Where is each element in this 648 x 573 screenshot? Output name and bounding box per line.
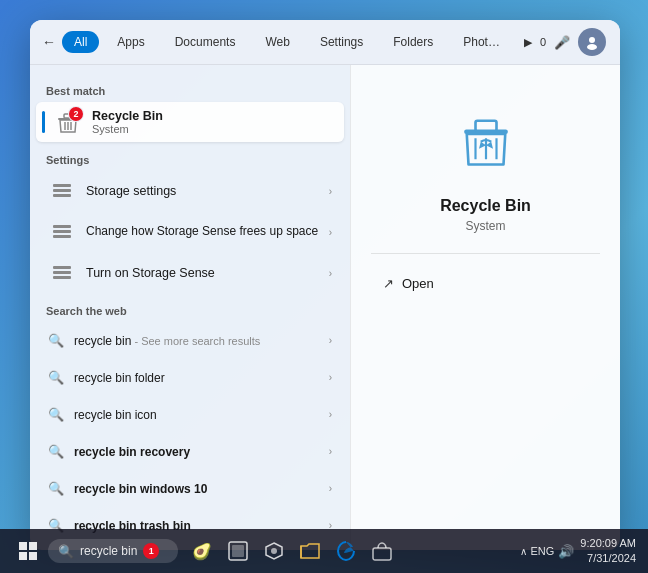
taskbar: 🔍 recycle bin 1 🥑: [0, 529, 648, 573]
top-nav: ← All Apps Documents Web Settings Folder…: [30, 20, 620, 65]
nav-pill-documents[interactable]: Documents: [163, 31, 248, 53]
web-item-1-label: recycle bin folder: [74, 371, 165, 385]
chevron-icon-web-2: ›: [329, 409, 332, 420]
chevron-icon-3: ›: [329, 268, 332, 279]
storage-settings-title: Storage settings: [86, 184, 319, 198]
web-item-2-label: recycle bin icon: [74, 408, 157, 422]
web-item-3-text: recycle bin recovery: [74, 442, 319, 460]
web-item-3-label: recycle bin recovery: [74, 445, 190, 459]
turn-on-storage-icon: [48, 259, 76, 287]
best-match-subtitle: System: [92, 123, 332, 135]
taskbar-tray: ∧ ENG 🔊 9:20:09 AM 7/31/2024: [520, 536, 637, 567]
app-type-large: System: [465, 219, 505, 233]
web-item-1-text: recycle bin folder: [74, 368, 319, 386]
play-icon: ▶: [524, 36, 532, 49]
tray-up-arrow[interactable]: ∧: [520, 546, 527, 557]
web-item-4-label: recycle bin windows 10: [74, 482, 207, 496]
best-match-text: Recycle Bin System: [92, 109, 332, 135]
nav-pill-folders[interactable]: Folders: [381, 31, 445, 53]
web-item-0-label: recycle bin: [74, 334, 131, 348]
main-content: Best match 2 Recycle Bin S: [30, 65, 620, 550]
svg-point-0: [589, 37, 595, 43]
more-button[interactable]: ...: [614, 28, 620, 56]
web-item-0[interactable]: 🔍 recycle bin - See more search results …: [36, 322, 344, 358]
turn-on-storage-text: Turn on Storage Sense: [86, 266, 319, 280]
web-item-0-text: recycle bin - See more search results: [74, 331, 319, 349]
svg-rect-16: [19, 542, 27, 550]
search-icon-1: 🔍: [48, 370, 64, 385]
storage-settings-text: Storage settings: [86, 184, 319, 198]
taskbar-app-store[interactable]: [366, 535, 398, 567]
taskbar-search[interactable]: 🔍 recycle bin 1: [48, 539, 178, 563]
taskbar-app-windows[interactable]: [258, 535, 290, 567]
recycle-bin-large-icon: [451, 105, 521, 175]
taskbar-app-edge[interactable]: [330, 535, 362, 567]
svg-point-23: [271, 548, 277, 554]
taskbar-search-text: recycle bin: [80, 544, 137, 558]
tray-icons: ∧ ENG 🔊: [520, 544, 575, 559]
best-match-item[interactable]: 2 Recycle Bin System: [36, 102, 344, 142]
svg-rect-19: [29, 552, 37, 560]
settings-item-storage-sense[interactable]: Change how Storage Sense frees up space …: [36, 212, 344, 252]
search-icon-3: 🔍: [48, 444, 64, 459]
recycle-bin-icon-sm: 2: [54, 108, 82, 136]
tray-clock[interactable]: 9:20:09 AM 7/31/2024: [580, 536, 636, 567]
tray-volume-icon[interactable]: 🔊: [558, 544, 574, 559]
notif-count: 0: [540, 36, 546, 48]
nav-pill-photos[interactable]: Phot…: [451, 31, 512, 53]
svg-rect-18: [19, 552, 27, 560]
web-item-2-text: recycle bin icon: [74, 405, 319, 423]
best-match-label: Best match: [30, 81, 350, 101]
taskbar-search-icon: 🔍: [58, 544, 74, 559]
web-item-2[interactable]: 🔍 recycle bin icon ›: [36, 396, 344, 432]
taskbar-app-explorer[interactable]: [294, 535, 326, 567]
back-button[interactable]: ←: [42, 28, 56, 56]
nav-pill-apps[interactable]: Apps: [105, 31, 156, 53]
large-icon-wrapper: [441, 95, 531, 185]
search-icon-0: 🔍: [48, 333, 64, 348]
taskbar-apps: 🥑: [186, 535, 398, 567]
web-item-1[interactable]: 🔍 recycle bin folder ›: [36, 359, 344, 395]
open-label: Open: [402, 276, 434, 291]
taskbar-app-files[interactable]: [222, 535, 254, 567]
nav-pill-web[interactable]: Web: [253, 31, 301, 53]
web-item-3[interactable]: 🔍 recycle bin recovery ›: [36, 433, 344, 469]
chevron-icon-web-4: ›: [329, 483, 332, 494]
turn-on-storage-title: Turn on Storage Sense: [86, 266, 319, 280]
storage-sense-text: Change how Storage Sense frees up space: [86, 224, 319, 240]
search-icon-2: 🔍: [48, 407, 64, 422]
svg-point-1: [587, 44, 597, 50]
badge-count: 2: [68, 106, 84, 122]
open-button[interactable]: ↗ Open: [371, 270, 600, 297]
web-item-4[interactable]: 🔍 recycle bin windows 10 ›: [36, 470, 344, 506]
taskbar-app-avocado[interactable]: 🥑: [186, 535, 218, 567]
web-section-label: Search the web: [30, 301, 350, 321]
nav-pill-all[interactable]: All: [62, 31, 99, 53]
storage-sense-title: Change how Storage Sense frees up space: [86, 224, 319, 240]
app-name-large: Recycle Bin: [440, 197, 531, 215]
tray-lang: ENG: [531, 545, 555, 557]
nav-pill-settings[interactable]: Settings: [308, 31, 375, 53]
web-item-4-text: recycle bin windows 10: [74, 479, 319, 497]
chevron-icon-web-3: ›: [329, 446, 332, 457]
chevron-icon-2: ›: [329, 227, 332, 238]
settings-item-turn-on-storage[interactable]: Turn on Storage Sense ›: [36, 253, 344, 293]
web-item-0-suffix: - See more search results: [131, 335, 260, 347]
svg-rect-24: [373, 548, 391, 560]
storage-settings-icon: [48, 177, 76, 205]
selection-indicator: [42, 111, 45, 133]
nav-icons: ▶ 0 🎤 ...: [524, 28, 620, 56]
right-panel: Recycle Bin System ↗ Open: [350, 65, 620, 550]
divider: [371, 253, 600, 254]
taskbar-search-badge: 1: [143, 543, 159, 559]
svg-rect-21: [232, 545, 244, 557]
avatar[interactable]: [578, 28, 606, 56]
chevron-icon-web-0: ›: [329, 335, 332, 346]
storage-sense-icon: [48, 218, 76, 246]
svg-rect-17: [29, 542, 37, 550]
left-panel: Best match 2 Recycle Bin S: [30, 65, 350, 550]
settings-item-storage[interactable]: Storage settings ›: [36, 171, 344, 211]
best-match-title: Recycle Bin: [92, 109, 332, 123]
mic-icon: 🎤: [554, 35, 570, 50]
start-button[interactable]: [12, 535, 44, 567]
